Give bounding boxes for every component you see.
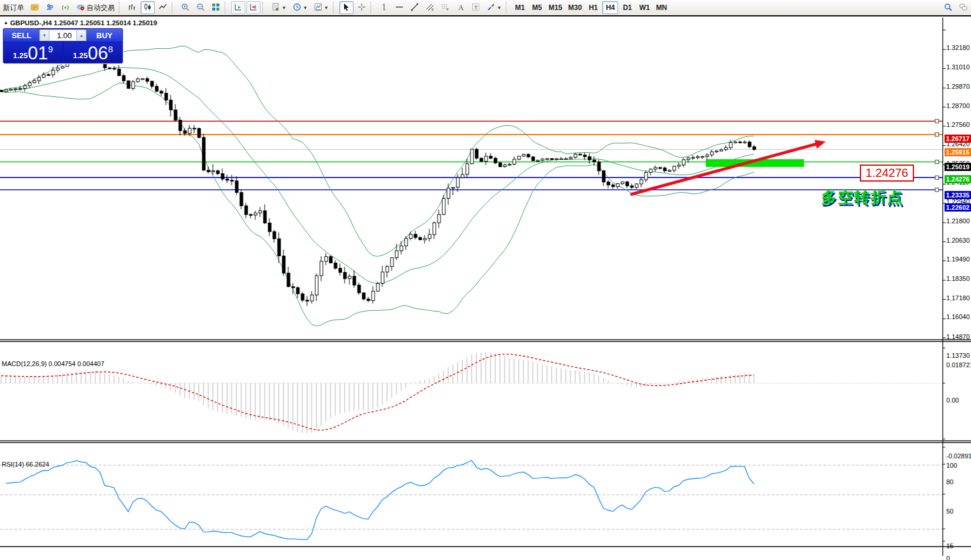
- mt4-window: 新订单自动交易▼▼▼EFAT▼M1M5M15M30H1H4D1W1MN ▲ GB…: [0, 0, 971, 560]
- candlestick-chart-button[interactable]: [141, 1, 155, 14]
- text-button[interactable]: A: [453, 1, 468, 14]
- trend-arrow-head: [815, 140, 826, 149]
- svg-text:A: A: [458, 3, 464, 12]
- chat-icon: [959, 2, 968, 14]
- current-price-badge: 1.25019: [945, 163, 971, 171]
- accounts-icon-icon: [45, 2, 55, 14]
- timeframe-h4-label: H4: [606, 4, 615, 12]
- search-button[interactable]: [941, 1, 955, 14]
- indicators-list-button[interactable]: ▼: [269, 1, 289, 14]
- timeframe-m15-label: M15: [549, 4, 562, 12]
- price-level-badge: 1.26717: [945, 135, 971, 143]
- vertical-line-button[interactable]: [377, 1, 391, 14]
- new-order-button[interactable]: 新订单: [1, 1, 26, 14]
- chart-area[interactable]: ▲ GBPUSD-,H4 1.25047 1.25051 1.25014 1.2…: [0, 18, 971, 560]
- bar-chart-icon: [128, 2, 137, 14]
- dropdown-caret-icon[interactable]: ▼: [282, 5, 286, 11]
- toolbar: 新订单自动交易▼▼▼EFAT▼M1M5M15M30H1H4D1W1MN: [0, 0, 971, 16]
- timeframe-m30-label: M30: [568, 4, 582, 12]
- price-level-badge: 1.24276: [945, 175, 971, 183]
- chat-button[interactable]: [956, 1, 970, 14]
- chart-plot[interactable]: [0, 18, 971, 560]
- price-tick: 1.18350: [946, 275, 970, 282]
- timeframe-d1-label: D1: [623, 4, 632, 12]
- tile-windows-icon: [211, 2, 221, 14]
- chart-shift-button[interactable]: [246, 1, 261, 14]
- trendline-button[interactable]: [408, 1, 422, 14]
- templates-button[interactable]: ▼: [311, 1, 331, 14]
- new-order-button-label: 新订单: [3, 3, 24, 13]
- horizontal-line-button[interactable]: [392, 1, 406, 14]
- sell-price-prefix: 1.25: [13, 51, 28, 60]
- zoom-in-icon: [181, 2, 190, 14]
- timeframe-h1-label: H1: [589, 4, 598, 12]
- volume-decrease-button[interactable]: ▼: [39, 29, 49, 41]
- price-tick: 1.31010: [946, 63, 970, 71]
- auto-scroll-button[interactable]: [231, 1, 245, 14]
- timeframe-m5[interactable]: M5: [529, 1, 545, 14]
- turning-point-annotation[interactable]: 多空转折点: [821, 187, 903, 208]
- fibonacci-button[interactable]: F: [438, 1, 452, 14]
- cursor-button[interactable]: [339, 1, 353, 14]
- timeframe-mn[interactable]: MN: [653, 1, 669, 14]
- volume-input[interactable]: 1.00: [49, 29, 76, 41]
- periods-button[interactable]: ▼: [290, 1, 310, 14]
- collapse-triangle-icon[interactable]: ▲: [4, 20, 8, 25]
- signals-icon[interactable]: [58, 1, 72, 14]
- tile-windows-button[interactable]: [209, 1, 223, 14]
- timeframe-m15[interactable]: M15: [546, 1, 565, 14]
- indicators-list-icon: [271, 2, 281, 14]
- sell-price[interactable]: 1.25 01 9: [4, 42, 62, 63]
- price-tick: 1.19490: [946, 256, 970, 263]
- volume-stepper: ▼ 1.00 ▲: [39, 29, 86, 42]
- price-tick: 1.14870: [946, 333, 970, 340]
- price-level-badge: 1.25915: [945, 148, 971, 156]
- buy-price-pip: 8: [108, 44, 113, 54]
- timeframe-w1[interactable]: W1: [636, 1, 652, 14]
- dropdown-caret-icon[interactable]: ▼: [303, 5, 308, 11]
- horizontal-line-icon: [395, 2, 404, 14]
- timeframe-m1[interactable]: M1: [512, 1, 528, 14]
- symbol-period-label: GBPUSD-,H4: [10, 19, 52, 26]
- timeframe-m30[interactable]: M30: [566, 1, 584, 14]
- chart-shift-icon: [249, 2, 258, 14]
- chart-canvas[interactable]: [0, 18, 971, 560]
- volume-increase-button[interactable]: ▲: [76, 29, 86, 41]
- dropdown-caret-icon[interactable]: ▼: [324, 5, 329, 11]
- bar-chart-button[interactable]: [125, 1, 139, 14]
- sell-button[interactable]: SELL: [4, 29, 39, 42]
- macd-scale-top: 0.018721: [946, 361, 971, 368]
- accounts-icon[interactable]: [43, 1, 57, 14]
- price-tick: 1.28700: [946, 102, 970, 109]
- cursor-icon: [342, 2, 351, 14]
- trend-arrow-line[interactable]: [630, 144, 817, 195]
- bollinger-upper-band: [1, 46, 754, 256]
- zoom-out-button[interactable]: [193, 1, 208, 14]
- buy-price[interactable]: 1.25 06 8: [64, 42, 122, 63]
- auto-trading-button[interactable]: 自动交易: [74, 1, 117, 14]
- zoom-in-button[interactable]: [178, 1, 192, 14]
- arrows-button[interactable]: ▼: [484, 1, 504, 14]
- crosshair-button[interactable]: [355, 1, 369, 14]
- ohlc-values: 1.25047 1.25051 1.25014 1.25019: [54, 19, 157, 26]
- buy-button[interactable]: BUY: [86, 29, 122, 42]
- line-handle: [935, 133, 939, 136]
- timeframe-d1[interactable]: D1: [619, 1, 635, 14]
- toolbar-separator: [119, 2, 124, 14]
- timeframe-w1-label: W1: [639, 4, 650, 12]
- toolbar-separator: [371, 2, 375, 14]
- toolbar-separator: [225, 2, 229, 14]
- zoom-out-icon: [196, 2, 205, 14]
- toolbar-separator: [506, 2, 510, 14]
- chart-profile-icon[interactable]: [28, 1, 42, 14]
- price-callout-label[interactable]: 1.24276: [860, 165, 914, 182]
- rsi-line: [6, 460, 754, 539]
- text-label-button[interactable]: T: [469, 1, 483, 14]
- timeframe-h4[interactable]: H4: [602, 1, 618, 14]
- timeframe-h1[interactable]: H1: [585, 1, 601, 14]
- equidistant-channel-button[interactable]: E: [423, 1, 437, 14]
- dropdown-caret-icon[interactable]: ▼: [497, 5, 502, 11]
- signals-icon-icon: [61, 2, 70, 14]
- search-icon: [943, 2, 953, 14]
- line-chart-button[interactable]: [156, 1, 170, 14]
